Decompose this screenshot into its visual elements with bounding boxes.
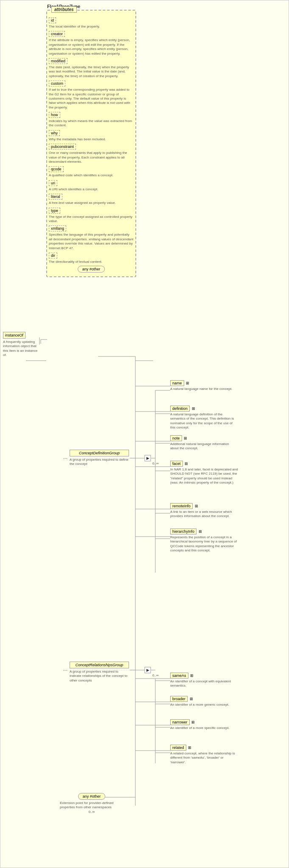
attr-uri-row: uri A URI which identifies a concept. — [47, 179, 135, 192]
attr-why-desc: Why the metadata has been included. — [49, 137, 134, 142]
attributes-label: attributes — [51, 6, 77, 13]
svg-text:▶: ▶ — [146, 456, 149, 460]
svg-text:0..∞: 0..∞ — [152, 673, 159, 677]
attr-qcode-row: qcode A qualified code which identifies … — [47, 165, 135, 178]
concept-rel-group-desc: A group of properties required to indica… — [70, 670, 129, 683]
right-item-related-icon: ⊞ — [188, 746, 191, 750]
attr-pubconstraint-desc: One or many constraints that apply to pu… — [49, 151, 134, 164]
right-item-definition-desc: A natural language definition of the sem… — [170, 412, 238, 430]
right-item-narrower-icon: ⊞ — [191, 720, 195, 724]
concept-def-group-label: ConceptDefinitionGroup — [70, 450, 129, 456]
right-item-facet-desc: In NAR 1.8 and later, facet is deprecate… — [170, 467, 238, 485]
right-item-name-icon: ⊞ — [186, 381, 189, 385]
attr-modified-row: modified The date (and, optionally, the … — [47, 57, 135, 78]
svg-rect-29 — [145, 667, 151, 673]
attr-xmllang-desc: Specifies the language of this property … — [49, 233, 134, 250]
attributes-group-box: attributes id The local identifier of th… — [46, 10, 136, 277]
attr-pubconstraint: pubconstraint — [49, 144, 76, 150]
right-item-definition-icon: ⊞ — [192, 406, 195, 411]
attr-creator-row: creator If the attribute is empty, speci… — [47, 30, 135, 56]
svg-text:▶: ▶ — [146, 668, 149, 672]
right-item-note-icon: ⊞ — [184, 436, 187, 440]
attr-how-row: how Indicates by which means the value w… — [47, 111, 135, 128]
attr-dir-desc: The directionality of textual content. — [49, 260, 134, 264]
attr-xmllang-row: xmllang Specifies the language of this p… — [47, 225, 135, 250]
right-item-remoteinfo-icon: ⊞ — [195, 504, 198, 508]
attr-custom-row: custom If set to true the corresponding … — [47, 80, 135, 110]
attr-qcode: qcode — [49, 166, 64, 172]
attr-uri-desc: A URI which identifies a concept. — [49, 187, 134, 192]
attr-custom: custom — [49, 81, 65, 86]
right-item-sameas-icon: ⊞ — [190, 673, 194, 678]
attr-type: type — [49, 208, 60, 214]
right-item-hierarchyinfo-icon: ⊞ — [199, 529, 202, 534]
right-item-broader: broader ⊞ An identifier of a more generi… — [170, 696, 281, 707]
attr-literal: literal — [49, 194, 62, 200]
right-item-facet-icon: ⊞ — [185, 462, 188, 466]
attr-type-row: type The type of the concept assigned as… — [47, 207, 135, 224]
right-item-note-desc: Additional natural language information … — [170, 442, 238, 451]
concept-def-group-container: ConceptDefinitionGroup A group of proper… — [70, 450, 129, 467]
concept-def-group-desc: A group of properties required to define… — [70, 458, 129, 467]
right-item-note: note ⊞ Additional natural language infor… — [170, 435, 281, 451]
right-item-note-label: note — [170, 435, 182, 441]
right-item-definition: definition ⊞ A natural language definiti… — [170, 406, 281, 430]
svg-text:···: ··· — [63, 667, 67, 673]
any-other-label-inner: any #other — [78, 266, 105, 273]
attr-xmllang: xmllang — [49, 225, 66, 231]
right-item-narrower: narrower ⊞ An identifier of a more speci… — [170, 719, 281, 730]
attr-literal-row: literal A free-text value assigned as pr… — [47, 193, 135, 205]
right-item-hierarchyinfo-label: hierarchyInfo — [170, 529, 196, 534]
attr-dir: dir — [49, 253, 57, 259]
attr-modified: modified — [49, 58, 67, 64]
attr-how: how — [49, 112, 60, 118]
right-item-remoteinfo-label: remoteInfo — [170, 503, 193, 509]
right-item-definition-label: definition — [170, 406, 190, 412]
attr-modified-desc: The date (and, optionally, the time) whe… — [49, 65, 134, 78]
svg-text:···: ··· — [63, 455, 67, 461]
svg-text:0..∞: 0..∞ — [152, 462, 159, 465]
attr-why-row: why Why the metadata has been included. — [47, 129, 135, 142]
attr-creator: creator — [49, 31, 65, 37]
right-item-name-label: name — [170, 380, 184, 386]
right-item-facet-label: facet — [170, 461, 183, 467]
right-item-sameas: sameAs ⊞ An identifier of a concept with… — [170, 673, 281, 688]
attr-uri: uri — [49, 180, 57, 186]
right-item-broader-icon: ⊞ — [190, 697, 193, 701]
right-item-name-desc: A natural language name for the concept. — [170, 387, 238, 391]
right-item-remoteinfo: remoteInfo ⊞ A link to an item or a web … — [170, 503, 281, 519]
right-item-facet: facet ⊞ In NAR 1.8 and later, facet is d… — [170, 461, 281, 485]
right-item-name: name ⊞ A natural language name for the c… — [170, 380, 281, 391]
attr-how-desc: Indicates by which means the value was e… — [49, 119, 134, 128]
any-other-bottom-mult: 0..∞ — [60, 810, 123, 814]
right-item-related-label: related — [170, 745, 186, 751]
attr-creator-desc: If the attribute is empty, specifies whi… — [49, 38, 134, 56]
right-item-related-desc: A related concept, where the relationshi… — [170, 751, 238, 765]
right-item-related: related ⊞ A related concept, where the r… — [170, 745, 281, 765]
right-item-broader-desc: An identifier of a more generic concept. — [170, 703, 238, 707]
attr-dir-row: dir The directionality of textual conten… — [47, 252, 135, 264]
right-item-remoteinfo-desc: A link to an item or a web resource whic… — [170, 510, 238, 519]
any-other-bottom-label: any #other — [78, 793, 106, 800]
right-item-hierarchyinfo-desc: Represents the position of a concept in … — [170, 535, 238, 553]
svg-connector-overlay: ▶ 0..∞ ▶ 0..∞ ··· ··· — [0, 0, 289, 868]
attr-id: id — [49, 17, 56, 23]
right-item-sameas-label: sameAs — [170, 673, 188, 679]
concept-rel-group-container: ConceptRelationshipsGroup A group of pro… — [70, 662, 129, 683]
right-item-narrower-label: narrower — [170, 719, 190, 725]
right-item-narrower-desc: An identifier of a more specific concept… — [170, 726, 238, 730]
attr-why: why — [49, 130, 60, 136]
right-item-hierarchyinfo: hierarchyInfo ⊞ Represents the position … — [170, 529, 281, 553]
attr-type-desc: The type of the concept assigned as cont… — [49, 215, 134, 224]
any-other-bottom-container: any #other Extension point for provider-… — [60, 793, 123, 814]
attr-pubconstraint-row: pubconstraint One or many constraints th… — [47, 143, 135, 164]
attr-id-row: id The local identifier of the property. — [47, 17, 135, 29]
svg-rect-26 — [145, 455, 151, 461]
attr-literal-desc: A free-text value assigned as property v… — [49, 201, 134, 205]
attr-id-desc: The local identifier of the property. — [49, 25, 134, 29]
right-item-broader-label: broader — [170, 696, 188, 702]
attr-custom-desc: If set to true the corresponding propert… — [49, 88, 134, 110]
instance-of-container: instanceOf A frequently updating informa… — [3, 332, 39, 358]
attr-qcode-desc: A qualified code which identifies a conc… — [49, 173, 134, 178]
any-other-bottom-desc: Extension point for provider-defined pro… — [60, 801, 123, 810]
